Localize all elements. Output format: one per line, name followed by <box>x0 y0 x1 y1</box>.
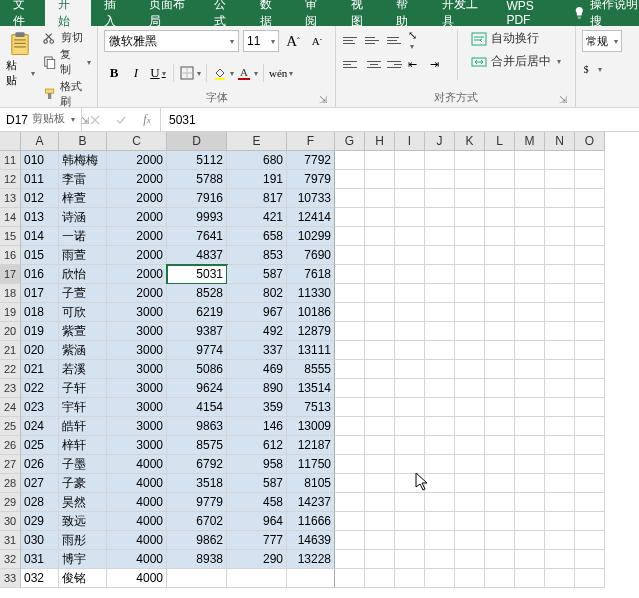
cell-A30[interactable]: 029 <box>21 512 59 531</box>
cell-K17[interactable] <box>455 265 485 284</box>
cell-E32[interactable]: 290 <box>227 550 287 569</box>
cell-B19[interactable]: 可欣 <box>59 303 107 322</box>
cell-N22[interactable] <box>545 360 575 379</box>
cell-L12[interactable] <box>485 170 515 189</box>
decrease-indent-button[interactable]: ⇤ <box>408 54 428 74</box>
cell-D29[interactable]: 9779 <box>167 493 227 512</box>
cell-M16[interactable] <box>515 246 545 265</box>
cell-I18[interactable] <box>395 284 425 303</box>
cell-J16[interactable] <box>425 246 455 265</box>
cell-H18[interactable] <box>365 284 395 303</box>
tab-0[interactable]: 文件 <box>0 0 45 26</box>
merge-center-button[interactable]: 合并后居中▾ <box>471 53 561 70</box>
cell-K31[interactable] <box>455 531 485 550</box>
insert-function-button[interactable]: fx <box>134 112 160 127</box>
phonetic-button[interactable]: wén▾ <box>269 62 293 84</box>
cell-N20[interactable] <box>545 322 575 341</box>
cell-F20[interactable]: 12879 <box>287 322 335 341</box>
cell-F22[interactable]: 8555 <box>287 360 335 379</box>
cell-F18[interactable]: 11330 <box>287 284 335 303</box>
align-left-button[interactable] <box>342 54 362 74</box>
wrap-text-button[interactable]: 自动换行 <box>471 30 561 47</box>
cell-G27[interactable] <box>335 455 365 474</box>
cell-H33[interactable] <box>365 569 395 588</box>
cell-M17[interactable] <box>515 265 545 284</box>
cell-L33[interactable] <box>485 569 515 588</box>
cell-F25[interactable]: 13009 <box>287 417 335 436</box>
cell-K20[interactable] <box>455 322 485 341</box>
col-header-G[interactable]: G <box>335 132 365 151</box>
cell-O17[interactable] <box>575 265 605 284</box>
cell-K15[interactable] <box>455 227 485 246</box>
cell-G29[interactable] <box>335 493 365 512</box>
cell-J15[interactable] <box>425 227 455 246</box>
cell-M27[interactable] <box>515 455 545 474</box>
cell-D15[interactable]: 7641 <box>167 227 227 246</box>
cell-C21[interactable]: 3000 <box>107 341 167 360</box>
col-header-K[interactable]: K <box>455 132 485 151</box>
cell-L28[interactable] <box>485 474 515 493</box>
cell-A22[interactable]: 021 <box>21 360 59 379</box>
dialog-launcher-icon[interactable]: ⇲ <box>557 93 569 105</box>
cell-M18[interactable] <box>515 284 545 303</box>
cell-H24[interactable] <box>365 398 395 417</box>
cell-A24[interactable]: 023 <box>21 398 59 417</box>
cell-B17[interactable]: 欣怡 <box>59 265 107 284</box>
cell-D16[interactable]: 4837 <box>167 246 227 265</box>
cell-H23[interactable] <box>365 379 395 398</box>
cell-E20[interactable]: 492 <box>227 322 287 341</box>
tab-4[interactable]: 公式 <box>201 0 246 26</box>
cell-C23[interactable]: 3000 <box>107 379 167 398</box>
cell-M29[interactable] <box>515 493 545 512</box>
cell-H19[interactable] <box>365 303 395 322</box>
cell-C28[interactable]: 4000 <box>107 474 167 493</box>
cell-O19[interactable] <box>575 303 605 322</box>
align-top-button[interactable] <box>342 30 362 50</box>
cell-I16[interactable] <box>395 246 425 265</box>
shrink-font-button[interactable]: Aˇ <box>307 30 327 52</box>
cell-C17[interactable]: 2000 <box>107 265 167 284</box>
cell-G18[interactable] <box>335 284 365 303</box>
row-header-16[interactable]: 16 <box>0 246 21 265</box>
cell-E28[interactable]: 587 <box>227 474 287 493</box>
cell-G20[interactable] <box>335 322 365 341</box>
row-header-31[interactable]: 31 <box>0 531 21 550</box>
cell-J27[interactable] <box>425 455 455 474</box>
paste-button[interactable]: 粘贴▾ <box>6 30 35 88</box>
cell-J19[interactable] <box>425 303 455 322</box>
cell-E27[interactable]: 958 <box>227 455 287 474</box>
col-header-A[interactable]: A <box>21 132 59 151</box>
col-header-L[interactable]: L <box>485 132 515 151</box>
cell-J12[interactable] <box>425 170 455 189</box>
cell-G15[interactable] <box>335 227 365 246</box>
cell-I15[interactable] <box>395 227 425 246</box>
cell-M13[interactable] <box>515 189 545 208</box>
cell-M12[interactable] <box>515 170 545 189</box>
cell-M28[interactable] <box>515 474 545 493</box>
tab-1[interactable]: 开始 <box>45 0 90 26</box>
row-header-33[interactable]: 33 <box>0 569 21 588</box>
cell-L29[interactable] <box>485 493 515 512</box>
cell-E14[interactable]: 421 <box>227 208 287 227</box>
cell-J23[interactable] <box>425 379 455 398</box>
cell-J21[interactable] <box>425 341 455 360</box>
fill-color-button[interactable]: ▾ <box>212 62 234 84</box>
cell-H27[interactable] <box>365 455 395 474</box>
cell-F30[interactable]: 11666 <box>287 512 335 531</box>
cell-H16[interactable] <box>365 246 395 265</box>
cell-L19[interactable] <box>485 303 515 322</box>
cell-K33[interactable] <box>455 569 485 588</box>
cell-J26[interactable] <box>425 436 455 455</box>
cell-C22[interactable]: 3000 <box>107 360 167 379</box>
cell-B16[interactable]: 雨萱 <box>59 246 107 265</box>
cell-E24[interactable]: 359 <box>227 398 287 417</box>
spreadsheet-grid[interactable]: ABCDEFGHIJKLMNO 111213141516171819202122… <box>0 132 639 598</box>
cell-H17[interactable] <box>365 265 395 284</box>
cell-J25[interactable] <box>425 417 455 436</box>
cell-A27[interactable]: 026 <box>21 455 59 474</box>
cell-A14[interactable]: 013 <box>21 208 59 227</box>
cell-E12[interactable]: 191 <box>227 170 287 189</box>
cell-M19[interactable] <box>515 303 545 322</box>
align-middle-button[interactable] <box>364 30 384 50</box>
cell-O30[interactable] <box>575 512 605 531</box>
